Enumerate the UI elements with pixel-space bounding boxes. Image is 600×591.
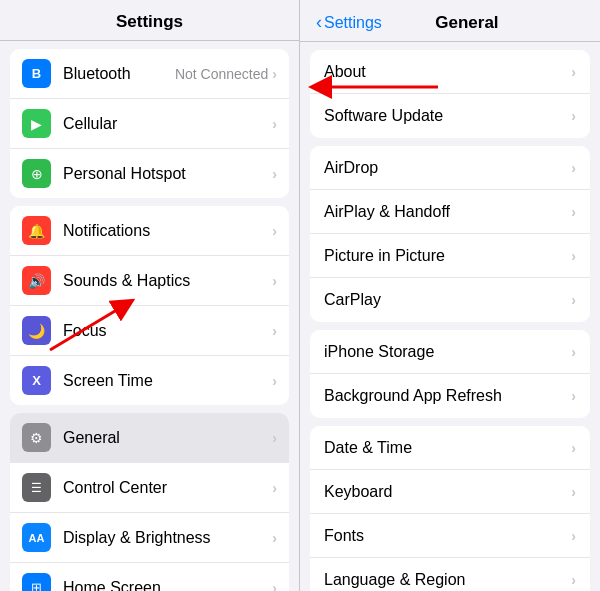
- sidebar-item-focus[interactable]: 🌙 Focus ›: [10, 306, 289, 356]
- picture-label: Picture in Picture: [324, 247, 571, 265]
- chevron-icon: ›: [272, 166, 277, 182]
- chevron-icon: ›: [571, 64, 576, 80]
- back-chevron-icon: ‹: [316, 12, 322, 33]
- left-panel: Settings B Bluetooth Not Connected › ▶ C…: [0, 0, 300, 591]
- right-item-background-refresh[interactable]: Background App Refresh ›: [310, 374, 590, 418]
- general-icon: ⚙: [22, 423, 51, 452]
- main-screen: Settings B Bluetooth Not Connected › ▶ C…: [0, 0, 600, 591]
- focus-label: Focus: [63, 322, 272, 340]
- iphone-storage-label: iPhone Storage: [324, 343, 571, 361]
- settings-group-1: B Bluetooth Not Connected › ▶ Cellular ›…: [10, 49, 289, 198]
- back-button[interactable]: ‹ Settings: [316, 12, 382, 33]
- settings-group-3: ⚙ General › ☰ Control Center › AA Displa…: [10, 413, 289, 591]
- chevron-icon: ›: [571, 440, 576, 456]
- chevron-icon: ›: [272, 223, 277, 239]
- airdrop-label: AirDrop: [324, 159, 571, 177]
- sidebar-item-sounds[interactable]: 🔊 Sounds & Haptics ›: [10, 256, 289, 306]
- notifications-label: Notifications: [63, 222, 272, 240]
- right-group-2: AirDrop › AirPlay & Handoff › Picture in…: [310, 146, 590, 322]
- fonts-label: Fonts: [324, 527, 571, 545]
- hotspot-label: Personal Hotspot: [63, 165, 272, 183]
- chevron-icon: ›: [272, 480, 277, 496]
- sidebar-item-control-center[interactable]: ☰ Control Center ›: [10, 463, 289, 513]
- right-item-airdrop[interactable]: AirDrop ›: [310, 146, 590, 190]
- controlcenter-label: Control Center: [63, 479, 272, 497]
- right-group-1: About › Software Update ›: [310, 50, 590, 138]
- right-settings-list[interactable]: About › Software Update › AirDrop › AirP…: [300, 42, 600, 591]
- controlcenter-icon: ☰: [22, 473, 51, 502]
- chevron-icon: ›: [272, 323, 277, 339]
- sounds-icon: 🔊: [22, 266, 51, 295]
- right-panel-header: ‹ Settings General: [300, 0, 600, 42]
- software-update-label: Software Update: [324, 107, 571, 125]
- sidebar-item-display[interactable]: AA Display & Brightness ›: [10, 513, 289, 563]
- screentime-icon: X: [22, 366, 51, 395]
- chevron-icon: ›: [571, 388, 576, 404]
- right-item-date-time[interactable]: Date & Time ›: [310, 426, 590, 470]
- screentime-label: Screen Time: [63, 372, 272, 390]
- airplay-label: AirPlay & Handoff: [324, 203, 571, 221]
- bluetooth-label: Bluetooth: [63, 65, 175, 83]
- general-label: General: [63, 429, 272, 447]
- settings-list[interactable]: B Bluetooth Not Connected › ▶ Cellular ›…: [0, 41, 299, 591]
- right-item-keyboard[interactable]: Keyboard ›: [310, 470, 590, 514]
- chevron-icon: ›: [272, 273, 277, 289]
- chevron-icon: ›: [272, 116, 277, 132]
- about-label: About: [324, 63, 571, 81]
- background-refresh-label: Background App Refresh: [324, 387, 571, 405]
- display-label: Display & Brightness: [63, 529, 272, 547]
- date-time-label: Date & Time: [324, 439, 571, 457]
- chevron-icon: ›: [272, 373, 277, 389]
- right-panel: ‹ Settings General About › Software Upda…: [300, 0, 600, 591]
- cellular-label: Cellular: [63, 115, 272, 133]
- chevron-icon: ›: [571, 344, 576, 360]
- right-item-language[interactable]: Language & Region ›: [310, 558, 590, 591]
- back-label: Settings: [324, 14, 382, 32]
- display-icon: AA: [22, 523, 51, 552]
- chevron-icon: ›: [571, 160, 576, 176]
- right-group-3: iPhone Storage › Background App Refresh …: [310, 330, 590, 418]
- homescreen-label: Home Screen: [63, 579, 272, 592]
- sidebar-item-bluetooth[interactable]: B Bluetooth Not Connected ›: [10, 49, 289, 99]
- sidebar-item-home-screen[interactable]: ⊞ Home Screen ›: [10, 563, 289, 591]
- chevron-icon: ›: [272, 430, 277, 446]
- focus-icon: 🌙: [22, 316, 51, 345]
- chevron-icon: ›: [571, 248, 576, 264]
- settings-group-2: 🔔 Notifications › 🔊 Sounds & Haptics › 🌙…: [10, 206, 289, 405]
- right-item-iphone-storage[interactable]: iPhone Storage ›: [310, 330, 590, 374]
- bluetooth-value: Not Connected: [175, 66, 268, 82]
- language-label: Language & Region: [324, 571, 571, 589]
- cellular-icon: ▶: [22, 109, 51, 138]
- notifications-icon: 🔔: [22, 216, 51, 245]
- sidebar-item-general[interactable]: ⚙ General ›: [10, 413, 289, 463]
- chevron-icon: ›: [272, 66, 277, 82]
- right-item-picture[interactable]: Picture in Picture ›: [310, 234, 590, 278]
- carplay-label: CarPlay: [324, 291, 571, 309]
- chevron-icon: ›: [571, 484, 576, 500]
- bluetooth-icon: B: [22, 59, 51, 88]
- hotspot-icon: ⊕: [22, 159, 51, 188]
- right-item-software-update[interactable]: Software Update ›: [310, 94, 590, 138]
- right-item-carplay[interactable]: CarPlay ›: [310, 278, 590, 322]
- right-item-fonts[interactable]: Fonts ›: [310, 514, 590, 558]
- left-panel-header: Settings: [0, 0, 299, 41]
- keyboard-label: Keyboard: [324, 483, 571, 501]
- homescreen-icon: ⊞: [22, 573, 51, 591]
- chevron-icon: ›: [571, 528, 576, 544]
- settings-title: Settings: [116, 12, 183, 31]
- chevron-icon: ›: [571, 572, 576, 588]
- chevron-icon: ›: [272, 580, 277, 592]
- right-item-about[interactable]: About ›: [310, 50, 590, 94]
- sounds-label: Sounds & Haptics: [63, 272, 272, 290]
- right-item-airplay[interactable]: AirPlay & Handoff ›: [310, 190, 590, 234]
- chevron-icon: ›: [571, 204, 576, 220]
- chevron-icon: ›: [272, 530, 277, 546]
- chevron-icon: ›: [571, 292, 576, 308]
- sidebar-item-screen-time[interactable]: X Screen Time ›: [10, 356, 289, 405]
- right-group-4: Date & Time › Keyboard › Fonts › Languag…: [310, 426, 590, 591]
- sidebar-item-cellular[interactable]: ▶ Cellular ›: [10, 99, 289, 149]
- chevron-icon: ›: [571, 108, 576, 124]
- sidebar-item-notifications[interactable]: 🔔 Notifications ›: [10, 206, 289, 256]
- sidebar-item-personal-hotspot[interactable]: ⊕ Personal Hotspot ›: [10, 149, 289, 198]
- right-panel-title: General: [390, 13, 544, 33]
